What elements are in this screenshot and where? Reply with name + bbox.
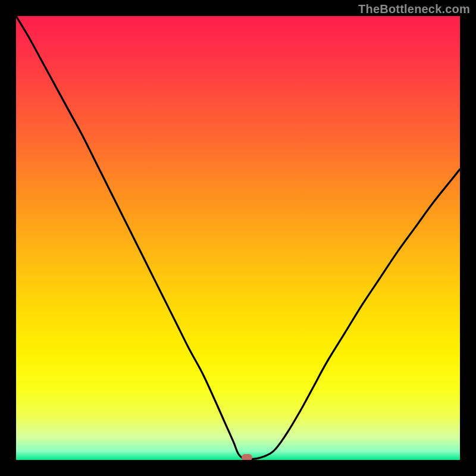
bottleneck-curve [16,16,460,459]
chart-frame: TheBottleneck.com [0,0,476,476]
optimal-marker [242,454,252,460]
curve-layer [16,16,460,460]
watermark-text: TheBottleneck.com [358,2,470,16]
plot-area [16,16,460,460]
